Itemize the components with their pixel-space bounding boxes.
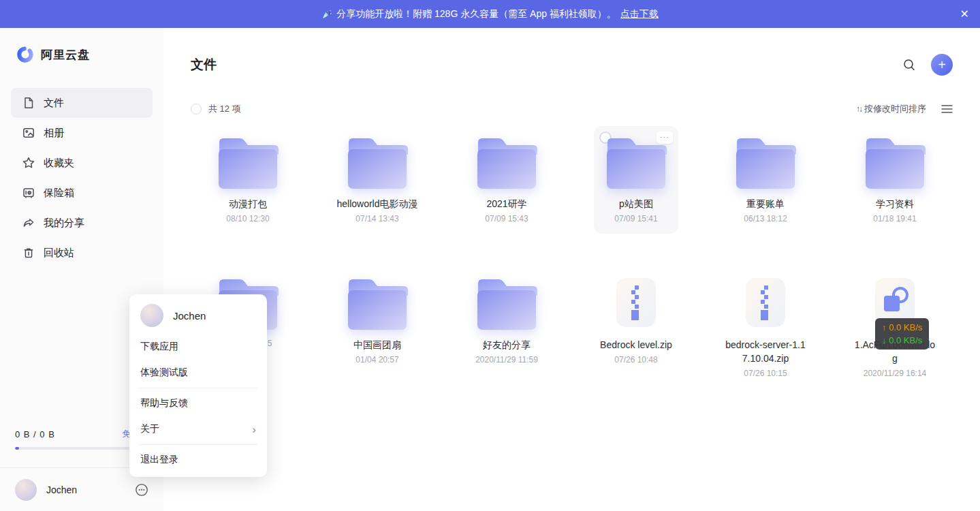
file-date: 2020/11/29 16:14 xyxy=(853,368,937,379)
avatar xyxy=(140,304,163,327)
trash-icon xyxy=(22,246,35,260)
menu-item-label: 下载应用 xyxy=(140,341,178,353)
sidebar-item-label: 文件 xyxy=(44,97,64,110)
folder-icon xyxy=(471,273,542,335)
folder-icon xyxy=(342,131,413,194)
folder-icon xyxy=(342,273,413,335)
banner-text: 分享功能开放啦！附赠 128G 永久容量（需至 App 福利社领取）。 xyxy=(336,8,616,20)
file-item[interactable]: 动漫打包 08/10 12:30 xyxy=(206,126,290,234)
download-speed: ↓ 0.0 KB/s xyxy=(882,334,922,347)
search-icon[interactable] xyxy=(902,58,916,72)
sidebar-item-my-shares[interactable]: 我的分享 xyxy=(11,208,153,238)
file-item[interactable]: 重要账单 06/13 18:12 xyxy=(723,126,808,234)
sidebar-item-label: 我的分享 xyxy=(44,217,84,230)
file-date: 2020/11/29 11:59 xyxy=(464,354,549,365)
file-item[interactable]: 好友的分享 2020/11/29 11:59 xyxy=(464,267,549,379)
main-panel: 文件 + 共 12 项 ↑↓ 按修改时间排序 xyxy=(163,28,980,511)
menu-item-logout[interactable]: 退出登录 xyxy=(129,447,267,473)
safe-icon xyxy=(22,186,35,200)
folder-icon xyxy=(859,131,930,194)
file-grid: 动漫打包 08/10 12:30 helloworld电影动漫 07/14 13… xyxy=(191,126,953,379)
menu-item-about[interactable]: 关于 › xyxy=(129,416,267,442)
sidebar-item-label: 相册 xyxy=(44,127,64,140)
folder-icon xyxy=(730,131,801,194)
file-name: p站美图 xyxy=(594,197,678,211)
menu-item-label: 体验测试版 xyxy=(140,367,188,379)
folder-icon xyxy=(212,131,283,194)
app-logo: 阿里云盘 xyxy=(16,46,163,63)
user-name: Jochen xyxy=(46,484,135,495)
zip-icon xyxy=(616,278,656,330)
user-menu: Jochen 下载应用 体验测试版 帮助与反馈 关于 › 退出登录 xyxy=(129,294,267,477)
network-speed-tooltip: ↑ 0.0 KB/s ↓ 0.0 KB/s xyxy=(875,318,929,350)
folder-icon xyxy=(471,131,542,194)
file-name: 重要账单 xyxy=(723,197,808,211)
storage-progress-bar xyxy=(15,447,148,450)
plus-icon: + xyxy=(938,58,946,72)
file-date: 08/10 12:30 xyxy=(206,213,290,224)
file-item[interactable]: Bedrock level.zip 07/26 10:48 xyxy=(594,267,678,379)
party-popper-icon xyxy=(321,9,332,20)
file-name: helloworld电影动漫 xyxy=(335,197,420,211)
file-date: 07/09 15:43 xyxy=(464,213,549,224)
file-date: 01/18 19:41 xyxy=(853,213,937,224)
menu-item-label: 帮助与反馈 xyxy=(140,397,188,409)
chevron-right-icon: › xyxy=(252,424,256,435)
sidebar-item-albums[interactable]: 相册 xyxy=(11,118,153,148)
select-all-checkbox[interactable] xyxy=(191,104,202,114)
user-name: Jochen xyxy=(173,310,206,322)
avatar xyxy=(15,479,37,501)
zip-icon xyxy=(746,278,785,330)
file-item[interactable]: 中国画团扇 01/04 20:57 xyxy=(335,267,420,379)
file-date: 06/13 18:12 xyxy=(723,213,808,224)
file-icon xyxy=(22,96,35,110)
down-arrow-icon: ↓ xyxy=(882,335,887,345)
promo-banner: 分享功能开放啦！附赠 128G 永久容量（需至 App 福利社领取）。 点击下载… xyxy=(0,0,980,28)
menu-item-download-app[interactable]: 下载应用 xyxy=(129,334,267,360)
add-button[interactable]: + xyxy=(931,54,953,76)
sort-arrows-icon: ↑↓ xyxy=(856,104,862,114)
file-name: 动漫打包 xyxy=(206,197,290,211)
storage-progress-fill xyxy=(15,447,19,450)
file-name: Bedrock level.zip xyxy=(594,338,678,352)
sidebar-item-trash[interactable]: 回收站 xyxy=(11,238,153,268)
logo-icon xyxy=(16,46,34,63)
album-icon xyxy=(22,126,35,140)
close-icon[interactable]: ✕ xyxy=(960,0,969,28)
menu-divider xyxy=(139,388,257,388)
menu-item-label: 退出登录 xyxy=(140,454,178,466)
sidebar-item-safebox[interactable]: 保险箱 xyxy=(11,178,153,208)
file-item-selected[interactable]: ··· p站美图 07/09 15:41 xyxy=(594,126,678,234)
folder-icon xyxy=(601,131,671,194)
user-menu-button[interactable] xyxy=(135,483,148,497)
star-icon xyxy=(22,156,35,170)
banner-download-link[interactable]: 点击下载 xyxy=(620,8,659,20)
file-date: 07/26 10:48 xyxy=(594,354,678,365)
file-name: 好友的分享 xyxy=(464,338,549,352)
app-name: 阿里云盘 xyxy=(41,47,90,63)
sidebar-item-label: 收藏夹 xyxy=(44,157,74,170)
share-icon xyxy=(22,216,35,230)
storage-usage: 0 B / 0 B xyxy=(15,429,55,439)
sidebar-nav: 文件 相册 收藏夹 xyxy=(0,88,163,268)
menu-item-label: 关于 xyxy=(140,423,159,435)
file-name: 2021研学 xyxy=(464,197,549,211)
menu-item-beta[interactable]: 体验测试版 xyxy=(129,360,267,386)
sort-control[interactable]: ↑↓ 按修改时间排序 xyxy=(856,103,926,115)
menu-divider xyxy=(139,444,257,445)
file-date: 07/14 13:43 xyxy=(335,213,420,224)
file-date: 01/04 20:57 xyxy=(335,354,420,365)
file-item[interactable]: 2021研学 07/09 15:43 xyxy=(464,126,549,234)
sidebar-item-files[interactable]: 文件 xyxy=(11,88,153,118)
file-date: 07/26 10:15 xyxy=(723,368,808,379)
file-item[interactable]: 学习资料 01/18 19:41 xyxy=(853,126,937,234)
page-title: 文件 xyxy=(191,56,217,74)
user-menu-header: Jochen xyxy=(129,294,267,334)
file-item[interactable]: helloworld电影动漫 07/14 13:43 xyxy=(335,126,420,234)
list-view-icon[interactable] xyxy=(941,104,953,114)
sidebar-item-favorites[interactable]: 收藏夹 xyxy=(11,148,153,178)
item-count: 共 12 项 xyxy=(208,103,241,115)
menu-item-help-feedback[interactable]: 帮助与反馈 xyxy=(129,390,267,416)
file-item[interactable]: bedrock-server-1.17.10.04.zip 07/26 10:1… xyxy=(723,267,808,379)
file-date: 07/09 15:41 xyxy=(594,213,678,224)
